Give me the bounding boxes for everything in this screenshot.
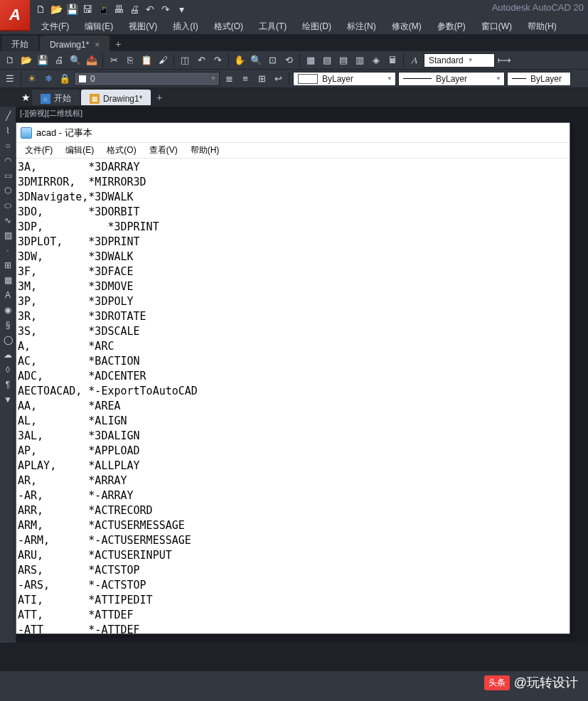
helix-icon[interactable]: § [1,319,14,331]
menu-help[interactable]: 帮助(H) [520,19,564,34]
calc-icon[interactable]: 🖩 [385,53,400,68]
plot-icon[interactable]: 🖶 [112,3,125,16]
line-icon[interactable]: ╱ [1,109,14,122]
block-icon[interactable]: ◫ [178,53,192,68]
menu-edit[interactable]: 编辑(E) [77,19,120,34]
point-icon[interactable]: · [1,244,14,257]
menu-format[interactable]: 格式(O) [207,19,250,34]
layer-dropdown[interactable]: 0 ▼ [74,72,220,86]
zoom-window-icon[interactable]: ⊡ [265,53,279,68]
nav-new-tab[interactable]: + [152,90,166,105]
notepad-titlebar[interactable]: acad - 记事本 [16,123,570,143]
undo-icon[interactable]: ↶ [144,3,156,16]
np-menu-file[interactable]: 文件(F) [19,143,58,158]
layer-prop-icon[interactable]: ☰ [3,72,17,86]
redo-icon[interactable]: ↷ [159,3,172,16]
open-icon[interactable]: 📂 [50,3,63,16]
print-tb-icon[interactable]: 🖨 [52,53,66,68]
navigation-tabs: ★ ⌂开始 ▦Drawing1* + [0,88,588,107]
layer-off-icon[interactable]: ≡ [238,72,252,86]
menu-dimension[interactable]: 标注(N) [340,19,383,34]
menu-window[interactable]: 窗口(W) [474,19,519,34]
polygon-icon[interactable]: ⬡ [1,184,14,197]
zoom-prev-icon[interactable]: ⟲ [282,53,296,68]
gradient-icon[interactable]: ▼ [1,393,14,406]
close-icon[interactable]: × [95,40,100,50]
layer-iso-icon[interactable]: ≣ [222,72,236,86]
ellipse-icon[interactable]: ⬭ [1,199,14,212]
design-center-icon[interactable]: ▧ [320,53,334,68]
menu-insert[interactable]: 插入(I) [166,19,205,34]
np-menu-format[interactable]: 格式(O) [101,143,141,158]
tab-drawing1[interactable]: Drawing1*× [40,36,109,51]
circle-icon[interactable]: ○ [1,139,14,152]
publish-icon[interactable]: 📤 [85,53,99,68]
pan-icon[interactable]: ✋ [232,53,247,68]
menu-params[interactable]: 参数(P) [430,19,473,34]
zoom-icon[interactable]: 🔍 [249,53,263,68]
menu-tools[interactable]: 工具(T) [252,19,294,34]
menu-file[interactable]: 文件(F) [34,19,76,34]
home-icon: ⌂ [41,94,50,104]
np-menu-edit[interactable]: 编辑(E) [60,143,100,158]
dim-style-icon[interactable]: ⟼ [497,53,511,68]
menu-modify[interactable]: 修改(M) [385,19,429,34]
web-save-icon[interactable]: 📱 [97,3,109,16]
region-icon[interactable]: ◉ [1,304,14,316]
cut-icon[interactable]: ✂ [107,53,121,68]
new-tab-button[interactable]: + [111,37,125,51]
undo2-icon[interactable]: ↶ [194,53,208,68]
save-icon[interactable]: 💾 [65,3,78,16]
saveas-icon[interactable]: 🖫 [81,3,94,16]
markup-icon[interactable]: ◈ [369,53,383,68]
linetype-dropdown[interactable]: ByLayer▼ [398,72,505,86]
hatch-icon[interactable]: ▨ [1,229,14,242]
save-file-icon[interactable]: 💾 [36,53,50,68]
menu-view[interactable]: 视图(V) [122,19,164,34]
notepad-content[interactable]: 3A, *3DARRAY 3DMIRROR, *MIRROR3D 3DNavig… [16,159,570,639]
lineweight-dropdown[interactable]: ByLayer [507,72,571,86]
nav-tab-home[interactable]: ⌂开始 [32,90,80,105]
layer-freeze-icon[interactable]: ❄ [41,72,55,86]
rectangle-icon[interactable]: ▭ [1,169,14,182]
text-style-dropdown[interactable]: Standard▼ [424,53,495,68]
layer-state-icon[interactable]: ☀ [25,72,39,86]
properties-icon[interactable]: ▦ [304,53,318,68]
menu-draw[interactable]: 绘图(D) [295,19,338,34]
block-insert-icon[interactable]: ⊞ [1,259,14,272]
tool-palette-icon[interactable]: ▤ [336,53,351,68]
mtext-icon[interactable]: ¶ [1,378,14,391]
favorite-icon[interactable]: ★ [21,92,31,103]
qat-more-icon[interactable]: ▾ [175,3,188,16]
wipeout-icon[interactable]: ◊ [1,363,14,376]
match-icon[interactable]: 🖌 [156,53,170,68]
spline-icon[interactable]: ∿ [1,214,14,227]
layer-prev-icon[interactable]: ↩ [271,72,285,86]
redo2-icon[interactable]: ↷ [210,53,225,68]
np-menu-help[interactable]: 帮助(H) [185,143,225,158]
print-icon[interactable]: 🖨 [128,3,141,16]
revision-icon[interactable]: ☁ [1,348,14,361]
preview-icon[interactable]: 🔍 [68,53,82,68]
text-icon[interactable]: A [1,289,14,301]
layer-match-icon[interactable]: ⊞ [255,72,269,86]
app-logo[interactable]: A [0,0,30,31]
polyline-icon[interactable]: ⌇ [1,124,14,137]
text-style-icon[interactable]: A [407,53,422,68]
watermark-badge: 头条 [484,675,510,690]
new-icon[interactable]: 🗋 [34,3,47,16]
open-file-icon[interactable]: 📂 [19,53,33,68]
nav-tab-drawing[interactable]: ▦Drawing1* [81,90,151,105]
color-dropdown[interactable]: ByLayer▼ [293,72,396,86]
donut-icon[interactable]: ◯ [1,333,14,346]
table-icon[interactable]: ▦ [1,274,14,287]
sheet-set-icon[interactable]: ▥ [353,53,367,68]
layer-lock-icon[interactable]: 🔒 [58,72,72,86]
arc-icon[interactable]: ◠ [1,154,14,167]
new-file-icon[interactable]: 🗋 [3,53,17,68]
paste-icon[interactable]: 📋 [139,53,154,68]
tab-start[interactable]: 开始 [1,36,38,51]
viewport-label[interactable]: [-][俯视][二维线框] [20,108,82,119]
np-menu-view[interactable]: 查看(V) [144,143,183,158]
copy-icon[interactable]: ⎘ [123,53,137,68]
